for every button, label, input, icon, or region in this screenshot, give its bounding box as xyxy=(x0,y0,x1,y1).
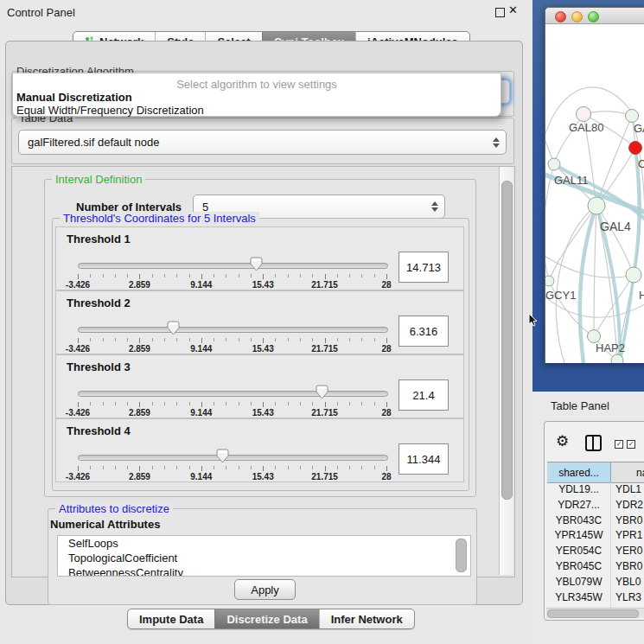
slider-minor-tick xyxy=(226,274,226,277)
attribute-list-item[interactable]: TopologicalCoefficient xyxy=(58,551,470,565)
slider-thumb[interactable] xyxy=(250,257,263,271)
slider-thumb[interactable] xyxy=(167,321,180,335)
slider-minor-tick xyxy=(275,466,276,469)
slider-thumb[interactable] xyxy=(316,385,328,399)
slider-minor-tick xyxy=(127,402,128,405)
vertical-scrollbar-thumb[interactable] xyxy=(501,181,513,500)
network-view-window[interactable]: GAL80GACGAL11GAL4GCY1HHAP2 xyxy=(545,7,644,363)
slider-minor-tick xyxy=(226,466,226,469)
split-columns-icon[interactable] xyxy=(585,435,602,451)
slider-minor-tick xyxy=(103,338,104,341)
network-node[interactable] xyxy=(626,267,641,283)
column-header-shared-name[interactable]: shared... xyxy=(547,462,611,482)
numerical-attributes-label: Numerical Attributes xyxy=(50,518,160,531)
network-node[interactable] xyxy=(577,107,591,122)
threshold-title: Threshold 1 xyxy=(67,233,131,245)
slider-tick-label: 9.144 xyxy=(190,344,212,354)
checkbox-icon[interactable]: ✓ xyxy=(627,440,635,449)
network-node[interactable] xyxy=(588,197,605,214)
table-row[interactable]: YBR043CYBR0 xyxy=(547,513,644,529)
slider-minor-tick xyxy=(251,338,252,341)
slider-minor-tick xyxy=(152,466,153,469)
close-traffic-light-icon[interactable] xyxy=(555,11,566,22)
tab-label: Impute Data xyxy=(139,613,203,626)
slider-minor-tick xyxy=(361,466,362,469)
slider-track[interactable] xyxy=(78,327,388,333)
table-row[interactable]: YBL079WYBL0 xyxy=(547,575,644,590)
slider-tick-label: 28 xyxy=(381,408,391,418)
cell-name: YBR0 xyxy=(611,559,644,575)
slider-minor-tick xyxy=(164,466,165,469)
checkbox-icon[interactable]: ✓ xyxy=(615,440,623,449)
slider-minor-tick xyxy=(300,274,301,277)
table-row[interactable]: YER054CYER0 xyxy=(547,544,644,559)
slider-minor-tick xyxy=(374,274,375,277)
cell-shared-name: YBR045C xyxy=(547,559,611,575)
threshold-panel: Threshold 1-3.4262.8599.14415.4321.71528… xyxy=(55,226,464,290)
network-edge xyxy=(545,164,554,281)
slider-track[interactable] xyxy=(78,263,388,269)
network-node[interactable] xyxy=(545,276,554,286)
network-node-label: GAL11 xyxy=(554,174,589,187)
threshold-panel: Threshold 3-3.4262.8599.14415.4321.71528… xyxy=(55,354,464,418)
table-row[interactable]: YPR145WYPR1 xyxy=(547,528,644,544)
slider-tick-label: 9.144 xyxy=(190,472,212,481)
network-node[interactable] xyxy=(548,158,560,170)
attribute-list-item[interactable]: SelfLoops xyxy=(58,536,470,551)
threshold-value-field[interactable]: 14.713 xyxy=(399,252,449,283)
attribute-list-item[interactable]: BetweennessCentrality xyxy=(58,565,470,577)
slider-tick xyxy=(263,338,264,343)
network-window-titlebar[interactable] xyxy=(545,8,644,24)
cell-shared-name: YDR27... xyxy=(547,498,611,513)
slider-track[interactable] xyxy=(78,391,388,397)
slider-minor-tick xyxy=(361,274,362,277)
slider-track[interactable] xyxy=(78,455,388,461)
close-icon[interactable]: ✕ xyxy=(508,3,518,16)
table-row[interactable]: YBR045CYBR0 xyxy=(547,559,644,575)
threshold-title: Threshold 2 xyxy=(67,296,131,309)
slider-minor-tick xyxy=(239,338,239,341)
control-panel-title: Control Panel xyxy=(7,6,75,19)
list-scrollbar-thumb[interactable] xyxy=(456,539,467,572)
slider-minor-tick xyxy=(374,338,375,341)
tab-impute-data[interactable]: Impute Data xyxy=(128,609,214,628)
network-canvas[interactable]: GAL80GACGAL11GAL4GCY1HHAP2 xyxy=(545,24,644,363)
tab-infer-network[interactable]: Infer Network xyxy=(319,609,414,628)
column-header-name[interactable]: name xyxy=(611,462,644,482)
slider-tick xyxy=(386,466,387,471)
threshold-value-field[interactable]: 21.4 xyxy=(399,379,449,411)
algorithm-popup-item[interactable]: Equal Width/Frequency Discretization xyxy=(16,104,204,117)
slider-minor-tick xyxy=(239,466,239,469)
float-window-icon[interactable] xyxy=(495,8,505,17)
cell-name: YLR3 xyxy=(611,590,644,606)
network-node[interactable] xyxy=(611,354,623,363)
zoom-traffic-light-icon[interactable] xyxy=(588,11,599,22)
slider-minor-tick xyxy=(214,466,214,469)
threshold-value-field[interactable]: 6.316 xyxy=(399,316,449,347)
table-data-combobox[interactable]: galFiltered.sif default node xyxy=(18,130,507,155)
table-row[interactable]: YDR27...YDR2 xyxy=(547,498,644,513)
minimize-traffic-light-icon[interactable] xyxy=(571,11,583,22)
slider-minor-tick xyxy=(189,274,190,277)
slider-tick-label: 9.144 xyxy=(190,408,212,418)
slider-minor-tick xyxy=(312,466,313,469)
horizontal-scrollbar[interactable] xyxy=(546,608,644,618)
table-row[interactable]: YDL19...YDL1 xyxy=(547,482,644,498)
horizontal-scrollbar-thumb[interactable] xyxy=(547,609,639,618)
tab-discretize-data[interactable]: Discretize Data xyxy=(214,609,318,628)
slider-tick xyxy=(386,338,387,343)
numerical-attributes-list[interactable]: SelfLoopsTopologicalCoefficientBetweenne… xyxy=(57,535,471,577)
threshold-value-field[interactable]: 11.344 xyxy=(399,443,449,475)
apply-button[interactable]: Apply xyxy=(234,579,296,600)
network-node[interactable] xyxy=(626,110,639,123)
network-node-label: GCY1 xyxy=(545,289,576,302)
network-node[interactable] xyxy=(629,142,642,155)
threshold-panel: Threshold 2-3.4262.8599.14415.4321.71528… xyxy=(55,290,464,354)
slider-minor-tick xyxy=(127,466,128,469)
gear-icon[interactable]: ⚙ xyxy=(556,432,569,450)
slider-thumb[interactable] xyxy=(216,449,229,463)
table-row[interactable]: YLR345WYLR3 xyxy=(547,590,644,606)
cell-shared-name: YDL19... xyxy=(547,482,611,498)
algorithm-popup-item[interactable]: Manual Discretization xyxy=(16,91,132,104)
algorithm-popup-placeholder: Select algorithm to view settings xyxy=(13,78,501,91)
